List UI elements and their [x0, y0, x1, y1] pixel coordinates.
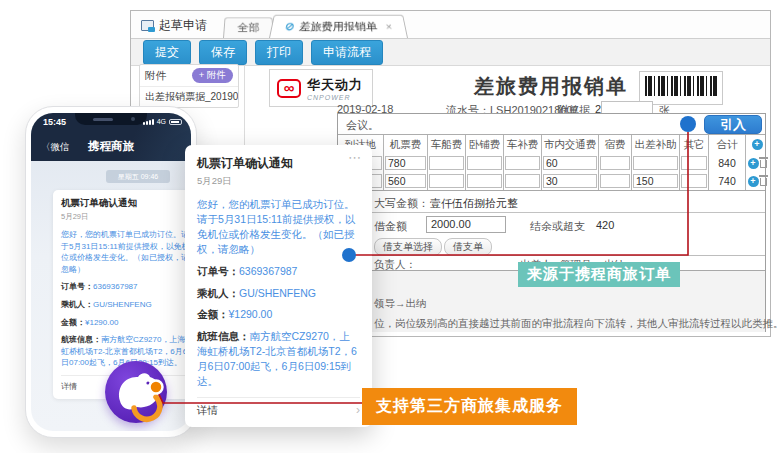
col-airfare: 机票费	[384, 135, 428, 154]
company-subtitle: CNPOWER	[307, 94, 363, 101]
cell-input[interactable]: 780	[385, 156, 426, 170]
flow-line-2: 位，岗位级别高的直接越过其前面的审批流程向下流转，其他人审批流转过程以此类推。	[374, 317, 784, 331]
add-attachment-button[interactable]: + 附件	[192, 68, 233, 83]
amount-value: ¥1290.00	[229, 308, 273, 320]
cell-input[interactable]	[429, 156, 464, 170]
amount-words-label: 大写金额：	[374, 196, 429, 211]
loan-amount-field[interactable]: 2000.00	[426, 216, 506, 233]
form-title: 差旅费用报销单	[431, 73, 671, 100]
signal-icon	[143, 119, 154, 125]
cell-input[interactable]: 60	[543, 156, 597, 170]
chevron-right-icon: ›	[356, 404, 360, 418]
network-label: 4G	[157, 118, 166, 125]
amount-words-value: 壹仟伍佰捌拾元整	[430, 196, 518, 211]
col-city-transport: 市内交通费	[542, 135, 599, 154]
passenger-value: GU/SHENFENG	[93, 300, 152, 309]
attachment-file-item[interactable]: 出差报销票据_20190219j...	[140, 86, 238, 107]
col-allowance: 出差补助	[632, 135, 680, 154]
add-row-icon[interactable]: +	[748, 158, 759, 169]
order-no-value: 6369367987	[239, 265, 297, 277]
cell-input[interactable]	[429, 174, 464, 188]
source-callout-label: 来源于携程商旅订单	[518, 262, 680, 287]
ctrip-logo	[105, 361, 167, 423]
passenger-value: GU/SHENFENG	[239, 287, 316, 299]
cell-input[interactable]	[467, 174, 502, 188]
phone-header: 15:45 4G 〈微信 携程商旅	[31, 113, 191, 161]
phone-notch	[75, 113, 147, 125]
amount-label: 金额：	[197, 308, 229, 320]
screenshot-canvas: 起草申请 全部 ⊘ 差旅费用报销单 × 提交 保存 打印 申请流程 附件 + 附…	[0, 0, 784, 453]
tab-expense-form[interactable]: ⊘ 差旅费用报销单 ×	[269, 15, 408, 38]
row-total: 740	[709, 172, 746, 190]
col-lodging: 宿费	[599, 135, 632, 154]
flow-line-1: 领导→出纳	[374, 297, 427, 311]
passenger-label: 乘机人：	[197, 287, 239, 299]
status-time: 15:45	[43, 117, 66, 127]
detail-label: 详情	[197, 404, 218, 418]
attachments-label: 附件	[145, 69, 166, 83]
order-no-label: 订单号：	[61, 282, 93, 291]
loan-slip-button[interactable]: 借支单	[444, 238, 492, 256]
col-car-subsidy: 车补费	[504, 135, 542, 154]
amount-value: ¥1290.00	[85, 318, 118, 327]
cell-input[interactable]	[505, 156, 540, 170]
tab-all-label: 全部	[237, 22, 260, 33]
print-button[interactable]: 打印	[255, 40, 303, 65]
popup-body: 您好，您的机票订单已成功订位。请于5月31日15:11前提供授权，以免机位或价格…	[197, 197, 360, 257]
support-callout-label: 支持第三方商旅集成服务	[362, 388, 577, 425]
balance-value: 420	[596, 219, 614, 231]
notification-title: 机票订单确认通知	[61, 197, 191, 210]
order-no-label: 订单号：	[197, 265, 239, 277]
passenger-label: 乘机人：	[61, 300, 93, 309]
nav-draft-label: 起草申请	[159, 17, 207, 34]
speaker-slot-icon	[93, 118, 113, 121]
cell-input[interactable]: 30	[543, 174, 597, 188]
submit-button[interactable]: 提交	[143, 40, 191, 65]
delete-row-icon[interactable]	[760, 160, 767, 168]
cell-input[interactable]	[681, 174, 707, 188]
notification-date: 5月29日	[61, 212, 191, 222]
flight-info-label: 航班信息：	[197, 330, 250, 342]
table-row: 780 60 840 +	[338, 154, 765, 172]
company-name: 华天动力	[307, 76, 363, 94]
amount-in-words-row: 大写金额： 壹仟伍佰捌拾元整	[338, 190, 765, 212]
company-logo: ∞ 华天动力 CNPOWER	[269, 69, 373, 107]
popup-date: 5月29日	[197, 175, 360, 188]
cell-input[interactable]: 150	[633, 174, 678, 188]
nav-draft-application[interactable]: 起草申请	[141, 17, 207, 34]
cell-input[interactable]	[633, 156, 678, 170]
loan-buttons-row: 借支单选择 借支单	[338, 237, 765, 255]
cell-input[interactable]	[600, 156, 630, 170]
camera-dot-icon	[131, 117, 135, 121]
draft-app-icon	[141, 20, 154, 31]
cell-input[interactable]	[681, 156, 707, 170]
cell-input[interactable]	[600, 174, 630, 188]
notification-popup: ⋯ 机票订单确认通知 5月29日 您好，您的机票订单已成功订位。请于5月31日1…	[185, 145, 372, 427]
flight-info-label: 航班信息：	[61, 335, 101, 344]
cell-input[interactable]	[467, 156, 502, 170]
col-boat: 车船费	[428, 135, 466, 154]
add-row-icon[interactable]: +	[752, 139, 763, 150]
table-header-row: 到达地 机票费 车船费 卧铺费 车补费 市内交通费 宿费 出差补助 其它 合计 …	[338, 135, 765, 154]
tab-all[interactable]: 全部	[223, 17, 274, 38]
delete-row-icon[interactable]	[760, 178, 767, 186]
cell-input[interactable]: 560	[385, 174, 426, 188]
add-row-icon[interactable]: +	[748, 176, 759, 187]
save-button[interactable]: 保存	[199, 40, 247, 65]
loan-row: 借金额 2000.00 结余或超支 420	[338, 212, 765, 237]
col-total: 合计	[709, 135, 746, 154]
attachments-panel: 附件 + 附件 出差报销票据_20190219j...	[139, 64, 239, 108]
toolbar: 提交 保存 打印 申请流程	[131, 39, 770, 66]
more-options-icon[interactable]: ⋯	[348, 150, 362, 165]
tab-expense-label: 差旅费用报销单	[298, 16, 379, 38]
apply-flow-button[interactable]: 申请流程	[311, 40, 383, 65]
order-no-value: 6369367987	[93, 282, 138, 291]
loan-select-button[interactable]: 借支单选择	[374, 238, 442, 256]
col-other: 其它	[680, 135, 709, 154]
tab-bar: 起草申请 全部 ⊘ 差旅费用报销单 ×	[131, 11, 770, 39]
tab-close-icon[interactable]: ×	[384, 16, 394, 38]
battery-icon	[169, 119, 182, 125]
import-button[interactable]: 引入	[704, 115, 762, 134]
popup-detail-link[interactable]: 详情 ›	[197, 397, 360, 418]
cell-input[interactable]	[505, 174, 540, 188]
